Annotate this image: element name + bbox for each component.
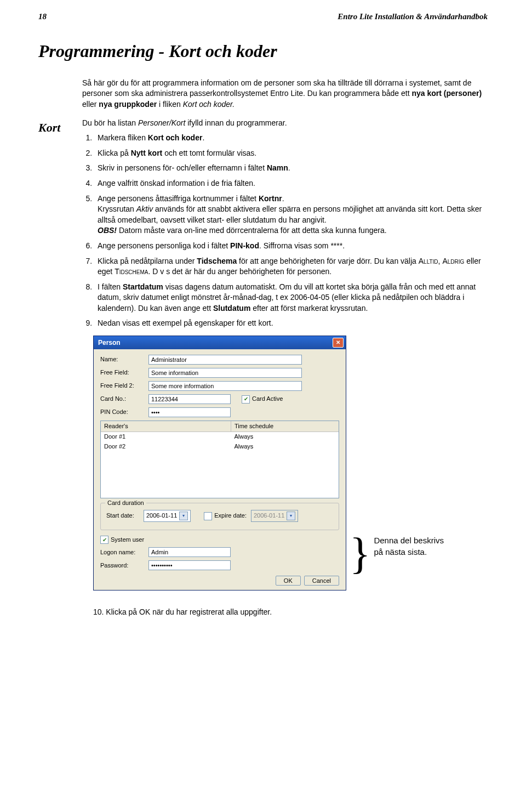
ok-button[interactable]: OK <box>276 576 301 586</box>
step-7: Klicka på nedåtpilarna under Tidschema f… <box>94 256 488 277</box>
side-note: Denna del beskrivs på nästa sista. <box>374 535 444 558</box>
col-schedule: Time schedule <box>231 421 339 431</box>
label-pin: PIN Code: <box>100 408 144 416</box>
list-item[interactable]: Door #1 Always <box>101 432 339 441</box>
label-logon: Logon name: <box>100 548 144 557</box>
freefield2-input[interactable] <box>148 381 302 391</box>
expiredate-picker: 2006-01-11 ▾ <box>251 510 298 522</box>
close-icon[interactable]: ✕ <box>333 338 344 348</box>
card-active-checkbox[interactable]: ✔ Card Active <box>242 395 283 403</box>
logon-input[interactable] <box>148 547 231 557</box>
pin-input[interactable] <box>148 407 231 417</box>
label-name: Name: <box>100 355 144 364</box>
page-title: Programmering - Kort och koder <box>38 39 488 64</box>
step-3: Skriv in personens för- och/eller eftern… <box>94 163 488 174</box>
label-cardno: Card No.: <box>100 395 144 403</box>
expire-checkbox[interactable]: Expire date: <box>204 512 247 520</box>
checkbox-icon <box>204 512 212 520</box>
cancel-button[interactable]: Cancel <box>304 576 339 586</box>
checkbox-icon: ✔ <box>100 536 108 544</box>
step-4: Ange valfritt önskad information i de fr… <box>94 178 488 189</box>
label-freefield2: Free Field 2: <box>100 382 144 390</box>
startdate-picker[interactable]: 2006-01-11 ▾ <box>144 510 191 522</box>
doc-title: Entro Lite Installation & Användarhandbo… <box>338 11 488 22</box>
group-title: Card duration <box>105 499 146 507</box>
col-readers: Reader's <box>101 421 231 431</box>
label-password: Password: <box>100 561 144 570</box>
list-item[interactable]: Door #2 Always <box>101 442 339 451</box>
page-number: 18 <box>38 11 47 22</box>
step-9: Nedan visas ett exempel på egenskaper fö… <box>94 318 488 329</box>
dialog-title: Person <box>98 338 121 348</box>
step-5: Ange personens åttasiffriga kortnummer i… <box>94 194 488 236</box>
page-header: 18 Entro Lite Installation & Användarhan… <box>38 11 488 22</box>
cardno-input[interactable] <box>148 394 231 404</box>
intro-paragraph-2: Du bör ha listan Personer/Kort ifylld in… <box>82 118 488 129</box>
steps-list: Markera fliken Kort och koder. Klicka på… <box>82 133 488 329</box>
step-1: Markera fliken Kort och koder. <box>94 133 488 144</box>
system-user-checkbox[interactable]: ✔ System user <box>100 536 144 544</box>
step-6: Ange personens personliga kod i fältet P… <box>94 241 488 252</box>
reader-schedule-list[interactable]: Reader's Time schedule Door #1 Always Do… <box>100 421 339 498</box>
bracket-icon: } <box>350 538 370 569</box>
card-duration-group: Card duration Start date: 2006-01-11 ▾ E… <box>100 503 339 530</box>
password-input[interactable] <box>148 560 231 570</box>
person-dialog: Person ✕ Name: Free Field: Free Field 2: <box>93 336 346 590</box>
intro-paragraph: Så här gör du för att programmera inform… <box>82 78 488 110</box>
freefield1-input[interactable] <box>148 368 302 378</box>
name-field[interactable] <box>148 355 302 365</box>
step-10: 10. Klicka på OK när du har registrerat … <box>93 607 488 618</box>
section-label: Kort <box>38 120 71 137</box>
chevron-down-icon: ▾ <box>287 512 295 520</box>
label-startdate: Start date: <box>106 512 139 520</box>
label-freefield1: Free Field: <box>100 368 144 377</box>
step-8: I fälten Startdatum visas dagens datum a… <box>94 282 488 314</box>
dialog-titlebar: Person ✕ <box>94 336 346 349</box>
chevron-down-icon: ▾ <box>179 512 188 520</box>
step-2: Klicka på Nytt kort och ett tomt formulä… <box>94 148 488 159</box>
checkbox-icon: ✔ <box>242 395 250 404</box>
